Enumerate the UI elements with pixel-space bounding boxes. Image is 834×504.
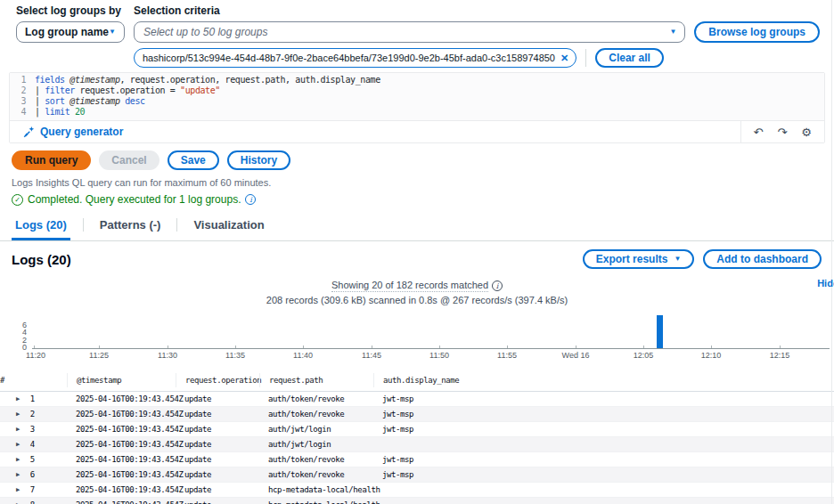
- tab-visualization[interactable]: Visualization: [190, 213, 267, 240]
- expand-row-icon[interactable]: ▶: [16, 441, 20, 448]
- expand-row-icon[interactable]: ▶: [16, 411, 20, 418]
- chevron-down-icon: ▼: [674, 256, 681, 263]
- code-token: fields: [35, 75, 65, 85]
- logs-insights-page: Select log groups by Selection criteria …: [0, 0, 834, 504]
- tab-logs[interactable]: Logs (20): [12, 213, 70, 240]
- code-token: 20: [70, 107, 85, 118]
- selection-criteria-label: Selection criteria: [134, 4, 685, 17]
- hide-histogram-link[interactable]: Hide: [817, 278, 834, 289]
- query-status-text: Completed. Query executed for 1 log grou…: [28, 193, 241, 206]
- code-token: |: [35, 96, 45, 107]
- x-axis-label: 11:45: [362, 351, 381, 360]
- log-group-controls: Select log groups by Selection criteria …: [0, 0, 834, 69]
- cell-display-name: jwt-msp: [382, 470, 834, 479]
- log-group-type-value: Log group name: [25, 26, 109, 38]
- cell-operation: update: [184, 470, 268, 479]
- table-row[interactable]: ▶1 2025-04-16T00:19:43.454Z update auth/…: [0, 392, 834, 407]
- x-axis-label: 11:40: [293, 351, 313, 360]
- table-row[interactable]: ▶3 2025-04-16T00:19:43.454Z update auth/…: [0, 422, 834, 437]
- cell-path: auth/token/revoke: [268, 470, 382, 479]
- row-index: 2: [30, 410, 35, 419]
- chevron-down-icon[interactable]: ▼: [669, 28, 676, 36]
- code-token: @timestamp: [65, 96, 125, 107]
- x-axis-label: Wed 16: [562, 351, 590, 360]
- results-title: Logs (20): [12, 252, 71, 267]
- line-number: 3: [10, 96, 35, 107]
- x-axis-tickmark: [576, 345, 576, 348]
- code-line-3: 3| sort @timestamp desc: [10, 96, 824, 107]
- expand-row-icon[interactable]: ▶: [16, 395, 20, 402]
- divider: [585, 49, 586, 67]
- records-matched-text: Showing 20 of 182 records matched: [331, 280, 488, 292]
- x-axis-label: 11:25: [89, 351, 109, 360]
- query-status: ✓ Completed. Query executed for 1 log gr…: [12, 193, 834, 206]
- code-token: desc: [125, 96, 144, 107]
- cell-display-name: jwt-msp: [382, 455, 834, 464]
- run-query-button[interactable]: Run query: [12, 150, 91, 170]
- page-right-border: [831, 0, 832, 504]
- selected-log-group-tag-label: hashicorp/513c994e-454d-48b7-9f0e-2bace6…: [143, 53, 555, 63]
- browse-log-groups-button[interactable]: Browse log groups: [694, 21, 820, 43]
- expand-row-icon[interactable]: ▶: [16, 456, 20, 463]
- table-row[interactable]: ▶4 2025-04-16T00:19:43.454Z update auth/…: [0, 437, 834, 452]
- clear-all-button[interactable]: Clear all: [595, 48, 664, 68]
- line-number: 4: [10, 107, 35, 118]
- x-axis-tickmark: [507, 345, 508, 348]
- table-row[interactable]: ▶7 2025-04-16T00:19:43.454Z update hcp-m…: [0, 483, 834, 498]
- code-token: request.operation =: [75, 85, 180, 96]
- cell-path: auth/token/revoke: [268, 394, 382, 403]
- log-group-search-input[interactable]: [134, 21, 685, 43]
- cell-timestamp: 2025-04-16T00:19:43.454Z: [76, 455, 184, 464]
- code-token: filter: [45, 85, 75, 96]
- results-histogram: 6 4 2 0 11:20 11:25 11:30 11:35 11:40 11…: [0, 309, 834, 361]
- cell-path: auth/token/revoke: [268, 410, 382, 419]
- x-axis-tickmark: [99, 345, 100, 348]
- expand-row-icon[interactable]: ▶: [16, 426, 20, 433]
- x-axis-label: 11:50: [429, 351, 449, 360]
- query-limit-note: Logs Insights QL query can run for maxim…: [12, 177, 834, 188]
- x-axis-label: 11:20: [26, 351, 45, 360]
- code-token: sort: [45, 96, 64, 107]
- code-token: |: [35, 107, 45, 118]
- editor-tools: ↶ ↷ ⚙: [740, 121, 824, 142]
- x-axis-tickmark: [168, 345, 168, 348]
- redo-icon[interactable]: ↷: [777, 126, 787, 138]
- col-header-timestamp: @timestamp: [67, 373, 184, 387]
- save-button[interactable]: Save: [168, 150, 219, 170]
- table-row[interactable]: ▶5 2025-04-16T00:19:43.454Z update auth/…: [0, 452, 834, 467]
- row-index: 1: [30, 394, 35, 403]
- records-matched-line: Showing 20 of 182 records matched i: [331, 280, 503, 292]
- code-token: "update": [180, 85, 220, 96]
- export-results-label: Export results: [596, 253, 668, 265]
- cell-operation: update: [184, 410, 268, 419]
- selected-log-groups-row: hashicorp/513c994e-454d-48b7-9f0e-2bace6…: [134, 48, 820, 68]
- cell-timestamp: 2025-04-16T00:19:43.454Z: [76, 470, 184, 479]
- cell-display-name: jwt-msp: [382, 394, 834, 403]
- tab-patterns[interactable]: Patterns (-): [96, 213, 165, 240]
- add-to-dashboard-button[interactable]: Add to dashboard: [703, 249, 822, 269]
- expand-row-icon[interactable]: ▶: [16, 486, 20, 493]
- undo-icon[interactable]: ↶: [754, 126, 764, 138]
- close-icon[interactable]: ✕: [560, 53, 568, 64]
- results-header: Logs (20) Export results ▼ Add to dashbo…: [0, 241, 834, 272]
- export-results-button[interactable]: Export results ▼: [583, 249, 695, 269]
- code-token: limit: [45, 107, 70, 118]
- expand-row-icon[interactable]: ▶: [16, 471, 20, 478]
- x-axis-tickmark: [372, 345, 372, 348]
- query-code-area[interactable]: 1fields @timestamp, request.operation, r…: [10, 73, 824, 120]
- info-icon[interactable]: i: [492, 280, 503, 291]
- table-row[interactable]: ▶8 2025-04-16T00:19:43.454Z update hcp-m…: [0, 498, 834, 504]
- code-line-2: 2| filter request.operation = "update": [10, 85, 824, 96]
- query-editor[interactable]: 1fields @timestamp, request.operation, r…: [9, 72, 825, 143]
- table-row[interactable]: ▶2 2025-04-16T00:19:43.454Z update auth/…: [0, 407, 834, 422]
- log-group-type-select[interactable]: Log group name ▼: [16, 21, 125, 43]
- table-row[interactable]: ▶6 2025-04-16T00:19:43.454Z update auth/…: [0, 467, 834, 483]
- history-button[interactable]: History: [227, 150, 290, 170]
- histogram-bar[interactable]: [657, 315, 663, 348]
- results-tabs: Logs (20) Patterns (-) Visualization: [0, 213, 834, 241]
- x-axis-label: 12:05: [634, 351, 654, 360]
- col-header-operation: request.operation: [176, 373, 268, 387]
- gear-icon[interactable]: ⚙: [801, 126, 812, 138]
- query-generator-link[interactable]: Query generator: [23, 121, 123, 142]
- info-icon[interactable]: i: [245, 194, 256, 205]
